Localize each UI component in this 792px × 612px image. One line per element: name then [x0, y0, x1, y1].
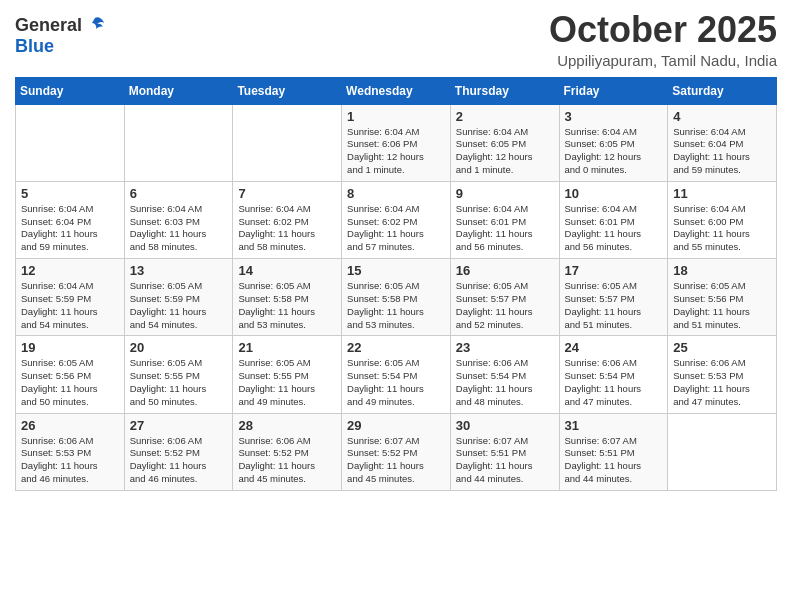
day-info: Sunrise: 6:04 AM Sunset: 6:05 PM Dayligh…: [456, 126, 554, 177]
calendar-cell: 17Sunrise: 6:05 AM Sunset: 5:57 PM Dayli…: [559, 259, 668, 336]
day-info: Sunrise: 6:04 AM Sunset: 5:59 PM Dayligh…: [21, 280, 119, 331]
calendar-cell: 21Sunrise: 6:05 AM Sunset: 5:55 PM Dayli…: [233, 336, 342, 413]
day-number: 4: [673, 109, 771, 124]
weekday-header-sunday: Sunday: [16, 77, 125, 104]
calendar-cell: [233, 104, 342, 181]
calendar-cell: 1Sunrise: 6:04 AM Sunset: 6:06 PM Daylig…: [342, 104, 451, 181]
day-info: Sunrise: 6:05 AM Sunset: 5:56 PM Dayligh…: [673, 280, 771, 331]
calendar-cell: 18Sunrise: 6:05 AM Sunset: 5:56 PM Dayli…: [668, 259, 777, 336]
logo-bird-icon: [84, 15, 106, 37]
calendar-cell: 20Sunrise: 6:05 AM Sunset: 5:55 PM Dayli…: [124, 336, 233, 413]
calendar-cell: 2Sunrise: 6:04 AM Sunset: 6:05 PM Daylig…: [450, 104, 559, 181]
day-info: Sunrise: 6:06 AM Sunset: 5:53 PM Dayligh…: [673, 357, 771, 408]
calendar-cell: 13Sunrise: 6:05 AM Sunset: 5:59 PM Dayli…: [124, 259, 233, 336]
day-number: 26: [21, 418, 119, 433]
day-number: 11: [673, 186, 771, 201]
day-number: 22: [347, 340, 445, 355]
calendar-week-5: 26Sunrise: 6:06 AM Sunset: 5:53 PM Dayli…: [16, 413, 777, 490]
day-number: 27: [130, 418, 228, 433]
weekday-header-thursday: Thursday: [450, 77, 559, 104]
day-info: Sunrise: 6:05 AM Sunset: 5:54 PM Dayligh…: [347, 357, 445, 408]
calendar-cell: 22Sunrise: 6:05 AM Sunset: 5:54 PM Dayli…: [342, 336, 451, 413]
calendar-cell: [16, 104, 125, 181]
day-info: Sunrise: 6:04 AM Sunset: 6:05 PM Dayligh…: [565, 126, 663, 177]
calendar-week-1: 1Sunrise: 6:04 AM Sunset: 6:06 PM Daylig…: [16, 104, 777, 181]
day-info: Sunrise: 6:07 AM Sunset: 5:51 PM Dayligh…: [456, 435, 554, 486]
day-info: Sunrise: 6:06 AM Sunset: 5:53 PM Dayligh…: [21, 435, 119, 486]
weekday-header-tuesday: Tuesday: [233, 77, 342, 104]
calendar-cell: 5Sunrise: 6:04 AM Sunset: 6:04 PM Daylig…: [16, 181, 125, 258]
day-info: Sunrise: 6:04 AM Sunset: 6:00 PM Dayligh…: [673, 203, 771, 254]
day-number: 14: [238, 263, 336, 278]
day-number: 9: [456, 186, 554, 201]
day-number: 21: [238, 340, 336, 355]
day-info: Sunrise: 6:07 AM Sunset: 5:52 PM Dayligh…: [347, 435, 445, 486]
weekday-header-friday: Friday: [559, 77, 668, 104]
calendar-cell: 19Sunrise: 6:05 AM Sunset: 5:56 PM Dayli…: [16, 336, 125, 413]
calendar-cell: 27Sunrise: 6:06 AM Sunset: 5:52 PM Dayli…: [124, 413, 233, 490]
calendar-cell: 29Sunrise: 6:07 AM Sunset: 5:52 PM Dayli…: [342, 413, 451, 490]
day-info: Sunrise: 6:04 AM Sunset: 6:02 PM Dayligh…: [238, 203, 336, 254]
calendar-cell: 31Sunrise: 6:07 AM Sunset: 5:51 PM Dayli…: [559, 413, 668, 490]
weekday-header-monday: Monday: [124, 77, 233, 104]
day-info: Sunrise: 6:04 AM Sunset: 6:03 PM Dayligh…: [130, 203, 228, 254]
day-info: Sunrise: 6:04 AM Sunset: 6:02 PM Dayligh…: [347, 203, 445, 254]
day-info: Sunrise: 6:07 AM Sunset: 5:51 PM Dayligh…: [565, 435, 663, 486]
calendar-cell: 10Sunrise: 6:04 AM Sunset: 6:01 PM Dayli…: [559, 181, 668, 258]
weekday-header-wednesday: Wednesday: [342, 77, 451, 104]
calendar-cell: 11Sunrise: 6:04 AM Sunset: 6:00 PM Dayli…: [668, 181, 777, 258]
day-number: 24: [565, 340, 663, 355]
day-info: Sunrise: 6:04 AM Sunset: 6:06 PM Dayligh…: [347, 126, 445, 177]
day-number: 12: [21, 263, 119, 278]
day-info: Sunrise: 6:04 AM Sunset: 6:01 PM Dayligh…: [565, 203, 663, 254]
day-number: 8: [347, 186, 445, 201]
logo: General Blue: [15, 15, 106, 57]
day-info: Sunrise: 6:05 AM Sunset: 5:57 PM Dayligh…: [565, 280, 663, 331]
day-info: Sunrise: 6:06 AM Sunset: 5:54 PM Dayligh…: [565, 357, 663, 408]
day-info: Sunrise: 6:05 AM Sunset: 5:56 PM Dayligh…: [21, 357, 119, 408]
calendar-cell: 25Sunrise: 6:06 AM Sunset: 5:53 PM Dayli…: [668, 336, 777, 413]
page-header: General Blue October 2025 Uppiliyapuram,…: [15, 10, 777, 69]
calendar-cell: 3Sunrise: 6:04 AM Sunset: 6:05 PM Daylig…: [559, 104, 668, 181]
calendar-cell: 7Sunrise: 6:04 AM Sunset: 6:02 PM Daylig…: [233, 181, 342, 258]
day-number: 3: [565, 109, 663, 124]
calendar-week-3: 12Sunrise: 6:04 AM Sunset: 5:59 PM Dayli…: [16, 259, 777, 336]
weekday-header-row: SundayMondayTuesdayWednesdayThursdayFrid…: [16, 77, 777, 104]
calendar-week-2: 5Sunrise: 6:04 AM Sunset: 6:04 PM Daylig…: [16, 181, 777, 258]
weekday-header-saturday: Saturday: [668, 77, 777, 104]
day-number: 30: [456, 418, 554, 433]
day-info: Sunrise: 6:05 AM Sunset: 5:55 PM Dayligh…: [130, 357, 228, 408]
day-number: 6: [130, 186, 228, 201]
day-number: 18: [673, 263, 771, 278]
calendar-cell: 23Sunrise: 6:06 AM Sunset: 5:54 PM Dayli…: [450, 336, 559, 413]
day-info: Sunrise: 6:05 AM Sunset: 5:57 PM Dayligh…: [456, 280, 554, 331]
calendar-cell: 24Sunrise: 6:06 AM Sunset: 5:54 PM Dayli…: [559, 336, 668, 413]
day-info: Sunrise: 6:06 AM Sunset: 5:54 PM Dayligh…: [456, 357, 554, 408]
calendar-cell: 26Sunrise: 6:06 AM Sunset: 5:53 PM Dayli…: [16, 413, 125, 490]
calendar-cell: 12Sunrise: 6:04 AM Sunset: 5:59 PM Dayli…: [16, 259, 125, 336]
calendar-cell: 9Sunrise: 6:04 AM Sunset: 6:01 PM Daylig…: [450, 181, 559, 258]
day-number: 19: [21, 340, 119, 355]
day-number: 31: [565, 418, 663, 433]
day-info: Sunrise: 6:06 AM Sunset: 5:52 PM Dayligh…: [238, 435, 336, 486]
day-number: 23: [456, 340, 554, 355]
calendar-cell: 4Sunrise: 6:04 AM Sunset: 6:04 PM Daylig…: [668, 104, 777, 181]
day-number: 1: [347, 109, 445, 124]
month-title: October 2025: [549, 10, 777, 50]
location-text: Uppiliyapuram, Tamil Nadu, India: [549, 52, 777, 69]
calendar-cell: [124, 104, 233, 181]
day-number: 10: [565, 186, 663, 201]
day-number: 20: [130, 340, 228, 355]
day-number: 7: [238, 186, 336, 201]
day-number: 15: [347, 263, 445, 278]
day-info: Sunrise: 6:04 AM Sunset: 6:04 PM Dayligh…: [21, 203, 119, 254]
logo-general-text: General: [15, 16, 82, 36]
day-number: 2: [456, 109, 554, 124]
calendar-cell: 14Sunrise: 6:05 AM Sunset: 5:58 PM Dayli…: [233, 259, 342, 336]
day-number: 17: [565, 263, 663, 278]
calendar-cell: 16Sunrise: 6:05 AM Sunset: 5:57 PM Dayli…: [450, 259, 559, 336]
calendar-cell: 6Sunrise: 6:04 AM Sunset: 6:03 PM Daylig…: [124, 181, 233, 258]
day-info: Sunrise: 6:04 AM Sunset: 6:04 PM Dayligh…: [673, 126, 771, 177]
calendar-cell: [668, 413, 777, 490]
logo-blue-text: Blue: [15, 36, 54, 56]
